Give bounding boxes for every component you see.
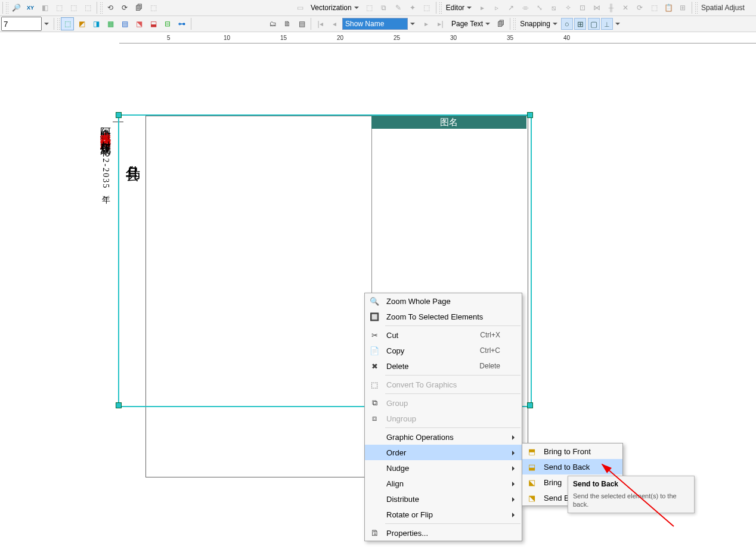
first-icon[interactable]: |◂ <box>314 17 327 30</box>
prev-icon[interactable]: ◂ <box>328 17 341 30</box>
cursor-icon[interactable]: ▸ <box>476 1 489 14</box>
tool-icon[interactable]: ▦ <box>104 17 117 30</box>
tool-icon[interactable]: ⌯ <box>519 1 532 14</box>
layer-icon[interactable]: 🗂 <box>267 17 280 30</box>
tool-icon[interactable]: ▭ <box>293 1 306 14</box>
tool-icon[interactable]: ⬚ <box>147 1 160 14</box>
copy-icon: 📄 <box>365 343 384 358</box>
tool-icon[interactable]: 📋 <box>662 1 675 14</box>
numeric-field[interactable] <box>1 17 42 31</box>
context-menu: 🔍Zoom Whole Page 🔲Zoom To Selected Eleme… <box>364 293 522 541</box>
tool-icon[interactable]: ⊞ <box>676 1 689 14</box>
tool-icon[interactable]: ⤡ <box>533 1 546 14</box>
rotate-icon[interactable]: ⟳ <box>118 1 131 14</box>
tool-icon[interactable]: ⊟ <box>161 17 174 30</box>
tool-icon[interactable]: ⬚ <box>81 1 94 14</box>
page-name-combo[interactable]: Show Name <box>342 18 408 30</box>
tool-icon[interactable]: ▤ <box>118 17 131 30</box>
menu-ungroup: ⧈Ungroup <box>365 411 522 426</box>
tool-icon[interactable]: ⬚ <box>420 1 433 14</box>
page-text-dropdown[interactable]: Page Text <box>448 19 493 29</box>
tooltip-title: Send to Back <box>573 480 618 488</box>
zoom-icon: 🔍 <box>365 293 384 309</box>
xy-icon[interactable]: XY <box>24 1 37 14</box>
tool-icon[interactable]: ⬔ <box>132 17 145 30</box>
tooltip-body: Send the selected element(s) to the back… <box>573 492 689 509</box>
tool-icon[interactable]: ⋈ <box>590 1 603 14</box>
toolbar-row-1: 🔎 XY ◧ ⬚ ⬚ ⬚ ⟲ ⟳ 🗐 ⬚ ▭ Vectorization ⬚ ⧉… <box>0 0 756 16</box>
find-icon[interactable]: 🔎 <box>10 1 23 14</box>
rotate-icon[interactable]: ⟲ <box>104 1 117 14</box>
selection-handle[interactable] <box>527 402 533 408</box>
node-icon[interactable]: ⊶ <box>175 17 188 30</box>
menu-align[interactable]: Align <box>365 476 522 491</box>
tool-icon[interactable]: ◨ <box>89 17 103 30</box>
tool-icon[interactable]: ↗ <box>504 1 518 14</box>
tool-icon[interactable]: ⬚ <box>67 1 80 14</box>
menu-distribute[interactable]: Distribute <box>365 491 522 507</box>
tool-icon[interactable]: ⊡ <box>576 1 589 14</box>
menu-copy[interactable]: 📄CopyCtrl+C <box>365 343 522 358</box>
selection-handle[interactable] <box>116 402 122 408</box>
page-icon[interactable]: 🗎 <box>281 17 294 30</box>
page-setup-icon[interactable]: 🗐 <box>494 17 507 30</box>
tool-icon[interactable]: ⟳ <box>633 1 646 14</box>
menu-send-to-back[interactable]: ⬓Send to Back <box>522 459 622 474</box>
tool-icon[interactable]: ⬚ <box>647 1 661 14</box>
scissors-icon: ✂ <box>365 327 384 343</box>
tool-icon[interactable]: ⬚ <box>363 1 376 14</box>
tool-icon[interactable]: ⬓ <box>147 17 160 30</box>
next-icon[interactable]: ▸ <box>420 17 433 30</box>
tool-icon[interactable]: ⬚ <box>52 1 66 14</box>
menu-delete[interactable]: ✖DeleteDelete <box>365 358 522 374</box>
tool-icon[interactable]: ⧅ <box>547 1 560 14</box>
selection-handle[interactable] <box>116 112 122 118</box>
snap-edge-icon[interactable]: ▢ <box>588 18 600 30</box>
selection-handle[interactable] <box>527 112 533 118</box>
properties-icon: 🖺 <box>365 525 384 541</box>
tool-icon[interactable]: ╫ <box>605 1 618 14</box>
convert-icon: ⬚ <box>365 377 384 392</box>
send-back-icon: ⬓ <box>522 459 541 474</box>
menu-rotate-flip[interactable]: Rotate or Flip <box>365 507 522 522</box>
menu-group: ⧉Group <box>365 395 522 411</box>
cursor-icon[interactable]: ▹ <box>490 1 503 14</box>
menu-bring-to-front[interactable]: ⬒Bring to Front <box>522 443 622 459</box>
edit-icon[interactable]: ✎ <box>392 1 405 14</box>
menu-zoom-selected[interactable]: 🔲Zoom To Selected Elements <box>365 309 522 324</box>
last-icon[interactable]: ▸| <box>434 17 447 30</box>
layer-icon[interactable]: ⧉ <box>377 1 391 14</box>
snap-guide-icon[interactable]: ⟂ <box>601 18 613 30</box>
page-icon[interactable]: 🗐 <box>132 1 145 14</box>
tool-icon[interactable]: ◧ <box>38 1 51 14</box>
snapping-buttons: ○ ⊞ ▢ ⟂ <box>562 18 613 30</box>
horizontal-ruler: 5 10 15 20 25 30 35 40 <box>119 32 756 44</box>
bring-forward-icon: ⬕ <box>522 474 541 490</box>
menu-zoom-whole-page[interactable]: 🔍Zoom Whole Page <box>365 293 522 309</box>
menu-order[interactable]: Order <box>365 445 522 460</box>
tool-icon[interactable]: ◩ <box>75 17 88 30</box>
send-backward-icon: ⬔ <box>522 490 541 505</box>
tool-active-icon[interactable]: ⬚ <box>61 17 74 30</box>
menu-properties[interactable]: 🖺Properties... <box>365 525 522 541</box>
zoom-sel-icon: 🔲 <box>365 309 384 324</box>
tool-icon[interactable]: ✧ <box>562 1 575 14</box>
group-icon: ⧉ <box>365 395 384 411</box>
menu-nudge[interactable]: Nudge <box>365 460 522 476</box>
menu-cut[interactable]: ✂CutCtrl+X <box>365 327 522 343</box>
delete-icon: ✖ <box>365 358 384 374</box>
ungroup-icon: ⧈ <box>365 411 384 426</box>
spatial-adjust-label[interactable]: Spatial Adjust <box>699 4 747 12</box>
tool-icon[interactable]: ✕ <box>619 1 632 14</box>
snapping-dropdown[interactable]: Snapping <box>517 19 560 29</box>
snap-vertex-icon[interactable]: ○ <box>561 18 573 30</box>
list-icon[interactable]: ▤ <box>295 17 308 30</box>
pin-icon[interactable]: ✦ <box>406 1 419 14</box>
snap-grid-icon[interactable]: ⊞ <box>574 18 586 30</box>
menu-graphic-operations[interactable]: Graphic Operations <box>365 429 522 445</box>
vectorization-dropdown[interactable]: Vectorization <box>308 3 362 13</box>
tooltip: Send to Back Send the selected element(s… <box>568 476 695 513</box>
toolbar-row-2: ⬚ ◩ ◨ ▦ ▤ ⬔ ⬓ ⊟ ⊶ 🗂 🗎 ▤ |◂ ◂ Show Name ▸… <box>0 16 756 32</box>
layout-canvas[interactable]: 乌什县 阿合雅镇尤喀克阔库拉村村庄规划 （2022-2035年） 图名 🔍Zoo… <box>0 44 756 547</box>
editor-dropdown[interactable]: Editor <box>443 3 475 13</box>
